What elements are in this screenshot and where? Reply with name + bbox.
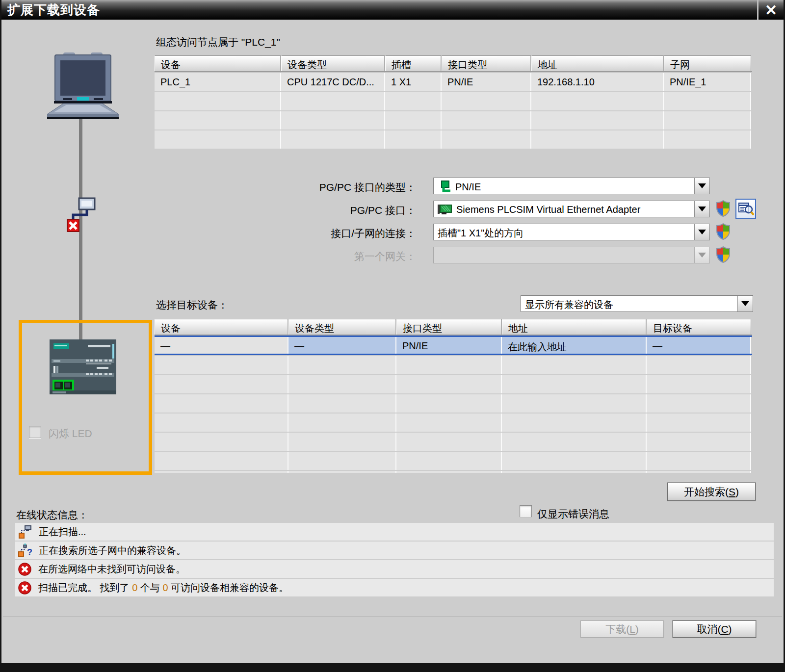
online-status-label: 在线状态信息： [16,508,88,522]
table-row-empty [155,414,752,432]
col-header: 接口类型 [442,55,531,71]
col-header: 设备 [155,319,288,335]
pgpc-type-combo[interactable]: PN/IE [433,178,710,194]
table-header-row: 设备 设备类型 接口类型 地址 目标设备 [155,319,752,336]
col-header: 地址 [502,319,647,335]
config-table-caption: 组态访问节点属于 "PLC_1" [156,35,280,49]
col-header: 子网 [664,55,751,71]
subnet-connection-label: 接口/子网的连接： [254,227,416,240]
network-adapter-icon [438,204,452,215]
table-row-empty [155,471,752,473]
table-row-plc1[interactable]: PLC_1 CPU 1217C DC/D... 1 X1 PN/IE 192.1… [155,73,752,91]
show-accessible-devices-button[interactable] [735,199,756,219]
close-icon[interactable]: ✕ [757,0,784,20]
select-target-label: 选择目标设备： [156,298,228,312]
plc-device-icon [50,339,116,398]
broken-connection-icon [63,195,100,233]
cell-address: 192.168.1.10 [531,73,664,91]
accessible-count: 0 [162,582,168,593]
title-bar: 扩展下载到设备 ✕ [1,0,784,20]
chevron-down-icon [694,247,709,263]
status-text: 正在扫描... [39,525,86,539]
uac-shield-icon [716,246,731,263]
table-row-empty [155,356,752,374]
laptop-icon [46,51,120,119]
footer-divider [3,616,782,617]
status-message-row: 扫描已完成。 找到了 0 个与 0 可访问设备相兼容的设备。 [15,579,774,596]
cell-interface-type: PN/IE [396,337,502,354]
cell-interface-type: PN/IE [442,73,531,91]
col-header: 接口类型 [396,319,502,335]
cell-subnet: PN/IE_1 [664,73,751,91]
table-header-row: 设备 设备类型 插槽 接口类型 地址 子网 [155,55,752,72]
button-text: 开始搜索( [684,485,729,499]
pnie-network-icon [438,181,451,193]
dialog-title: 扩展下载到设备 [1,1,100,19]
cell-slot: 1 X1 [385,73,442,91]
flash-led-checkbox [29,426,41,438]
col-header: 设备 [155,55,281,71]
uac-shield-icon [716,223,731,240]
error-icon [18,563,31,576]
status-text: 在所选网络中未找到可访问设备。 [38,563,185,576]
pgpc-type-label: PG/PC 接口的类型： [254,181,416,194]
chevron-down-icon[interactable] [694,201,709,217]
found-count: 0 [132,582,137,593]
col-header: 插槽 [385,55,442,71]
start-search-button[interactable]: 开始搜索(S) [667,483,756,501]
dialog-bottom-frame [1,663,784,672]
cancel-button[interactable]: 取消(C) [673,620,756,638]
window-magnifier-icon [737,201,754,217]
download-button: 下载(L) [580,620,664,638]
col-header: 目标设备 [647,319,751,335]
chevron-down-icon[interactable] [694,224,709,240]
extended-download-dialog: 扩展下载到设备 ✕ [0,0,785,672]
table-row-selected-target[interactable]: — — PN/IE 在此输入地址 — [155,336,752,355]
cell-device: PLC_1 [155,73,281,91]
status-message-row: 正在扫描... [15,523,774,541]
device-filter-value: 显示所有兼容的设备 [525,298,613,311]
cell-device-type: CPU 1217C DC/D... [281,73,385,91]
status-text: 正在搜索所选子网中的兼容设备。 [39,544,186,557]
cell-device-type: — [288,337,396,354]
status-message-row: ? 正在搜索所选子网中的兼容设备。 [15,542,774,559]
button-text: 取消( [697,622,721,636]
subnet-connection-combo[interactable]: 插槽"1 X1"处的方向 [433,224,710,240]
pgpc-interface-combo[interactable]: Siemens PLCSIM Virtual Ethernet Adapter [433,201,710,217]
table-row-empty [155,111,752,129]
subnet-connection-value: 插槽"1 X1"处的方向 [438,227,523,240]
first-gateway-combo [433,247,710,263]
status-text: 扫描已完成。 找到了 0 个与 0 可访问设备相兼容的设备。 [38,581,288,594]
search-icon: ? [18,543,32,557]
table-row-empty [155,452,752,470]
svg-text:?: ? [27,547,32,557]
configured-nodes-table: 设备 设备类型 插槽 接口类型 地址 子网 PLC_1 CPU 1217C DC… [155,55,752,149]
table-row-empty [155,92,752,110]
scan-icon [18,525,32,539]
errors-only-checkbox[interactable] [520,505,532,517]
first-gateway-label: 第一个网关： [254,250,416,263]
table-row-empty [155,130,752,149]
col-header: 地址 [531,55,664,71]
button-text: 下载( [605,622,629,636]
chevron-down-icon[interactable] [694,178,709,194]
chevron-down-icon[interactable] [737,296,753,311]
error-icon [18,581,31,594]
cell-target-device: — [647,337,751,354]
status-message-row: 在所选网络中未找到可访问设备。 [15,560,774,578]
uac-shield-icon [716,200,731,217]
table-row-empty [155,433,752,451]
pgpc-type-value: PN/IE [455,181,481,193]
table-row-empty [155,375,752,393]
errors-only-label: 仅显示错误消息 [537,507,609,521]
table-row-empty [155,394,752,413]
target-devices-table: 设备 设备类型 接口类型 地址 目标设备 — — PN/IE 在此输入地址 — [155,319,752,473]
cell-device: — [155,337,288,354]
pgpc-interface-value: Siemens PLCSIM Virtual Ethernet Adapter [456,204,640,215]
col-header: 设备类型 [281,55,385,71]
flash-led-label: 闪烁 LED [49,427,92,440]
cell-address-entry[interactable]: 在此输入地址 [502,337,647,354]
pgpc-interface-label: PG/PC 接口： [254,204,416,217]
device-filter-combo[interactable]: 显示所有兼容的设备 [521,295,753,312]
col-header: 设备类型 [288,319,396,335]
